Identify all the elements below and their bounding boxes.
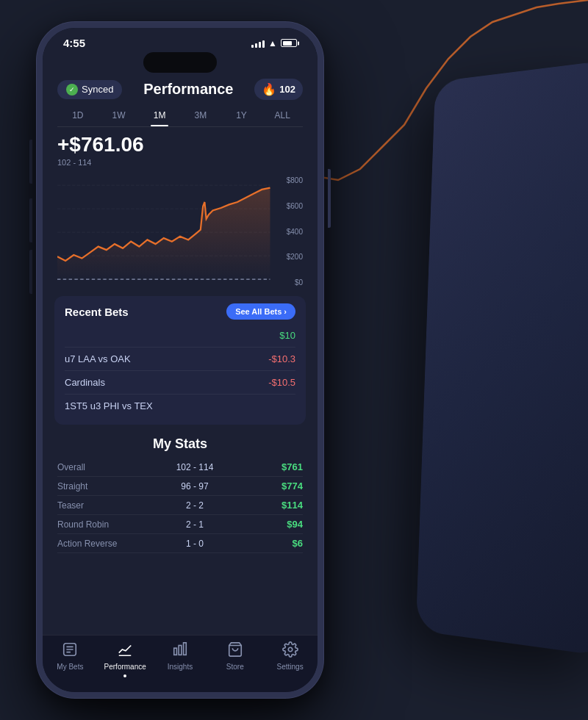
flame-icon: 🔥 — [262, 82, 276, 96]
profit-amount: +$761.06 — [57, 133, 303, 156]
time-tab-all[interactable]: ALL — [262, 106, 303, 125]
chart-y-label: $0 — [287, 278, 303, 287]
signal-icon — [251, 39, 265, 48]
back-card — [416, 60, 588, 657]
stat-record: 2 - 2 — [131, 500, 259, 511]
stat-label: Round Robin — [57, 519, 131, 530]
svg-rect-11 — [174, 648, 177, 655]
stat-row: Round Robin 2 - 1 $94 — [57, 515, 303, 534]
stat-record: 1 - 0 — [131, 539, 259, 549]
stat-value: $761 — [259, 461, 303, 472]
chart-y-label: $400 — [287, 228, 303, 236]
stat-label: Teaser — [57, 500, 131, 511]
stats-section: My Stats Overall 102 - 114 $761 Straight… — [43, 431, 318, 635]
bet-row: u7 LAA vs OAK -$10.3 — [65, 348, 295, 371]
stat-value: $94 — [259, 519, 303, 530]
bet-row: 1ST5 u3 PHI vs TEX — [65, 395, 295, 417]
stat-record: 102 - 114 — [131, 462, 259, 472]
battery-icon — [281, 39, 297, 47]
nav-item-insights[interactable]: Insights — [153, 641, 208, 677]
stat-value: $114 — [259, 500, 303, 511]
nav-item-performance[interactable]: Performance — [98, 641, 153, 677]
screen: 4:55 ▲ — [43, 28, 318, 692]
bottom-nav: My Bets Performance Insights Store Setti… — [43, 635, 318, 692]
svg-rect-13 — [184, 643, 187, 655]
stat-label: Overall — [57, 462, 131, 472]
nav-item-settings[interactable]: Settings — [262, 641, 318, 677]
dynamic-island — [143, 52, 217, 73]
nav-item-my-bets[interactable]: My Bets — [43, 641, 98, 677]
stats-title: My Stats — [57, 436, 303, 452]
recent-bets-section: Recent Bets See All Bets › $10 u7 LAA vs… — [54, 296, 306, 425]
stat-row: Action Reverse 1 - 0 $6 — [57, 534, 303, 553]
stat-value: $774 — [259, 480, 303, 492]
profit-range: 102 - 114 — [57, 158, 303, 167]
time-tab-1m[interactable]: 1M — [139, 106, 180, 125]
status-time: 4:55 — [63, 37, 85, 49]
bet-row: $10 — [65, 324, 295, 348]
stat-label: Action Reverse — [57, 539, 131, 549]
nav-icon-my-bets — [62, 641, 78, 660]
flame-count: 102 — [279, 84, 295, 95]
status-icons: ▲ — [251, 38, 297, 48]
time-tab-3m[interactable]: 3M — [180, 106, 221, 125]
time-tab-1w[interactable]: 1W — [98, 106, 140, 125]
phone-frame: 4:55 ▲ — [37, 22, 323, 698]
nav-item-store[interactable]: Store — [207, 641, 262, 677]
phone-wrapper: 4:55 ▲ — [37, 22, 323, 698]
performance-chart: $800$600$400$200$0 — [57, 173, 303, 290]
nav-label: Insights — [168, 663, 193, 671]
nav-icon-performance — [117, 641, 133, 660]
flame-badge: 🔥 102 — [254, 79, 303, 100]
recent-bets-card: Recent Bets See All Bets › $10 u7 LAA vs… — [54, 296, 306, 425]
recent-bets-title: Recent Bets — [65, 306, 129, 318]
time-tab-1d[interactable]: 1D — [57, 106, 98, 125]
chart-y-labels: $800$600$400$200$0 — [287, 173, 303, 290]
chart-svg — [57, 173, 303, 290]
stat-value: $6 — [259, 538, 303, 549]
chart-y-label: $200 — [287, 253, 303, 261]
app-header: ✓ Synced Performance 🔥 102 — [43, 76, 318, 106]
nav-label: My Bets — [57, 663, 83, 671]
recent-bets-header: Recent Bets See All Bets › — [65, 303, 295, 320]
stat-record: 2 - 1 — [131, 519, 259, 530]
stat-row: Straight 96 - 97 $774 — [57, 477, 303, 496]
synced-badge: ✓ Synced — [57, 80, 122, 99]
nav-active-indicator — [123, 674, 126, 677]
nav-icon-insights — [172, 641, 188, 660]
nav-label: Performance — [104, 663, 146, 671]
time-tab-1y[interactable]: 1Y — [221, 106, 262, 125]
chart-area: +$761.06 102 - 114 — [43, 127, 318, 290]
nav-icon-settings — [282, 641, 298, 660]
chart-y-label: $800 — [287, 176, 303, 184]
wifi-icon: ▲ — [268, 38, 277, 48]
nav-label: Store — [226, 663, 244, 671]
svg-rect-12 — [179, 646, 182, 655]
see-all-button[interactable]: See All Bets › — [226, 303, 295, 320]
stat-record: 96 - 97 — [131, 481, 259, 492]
synced-label: Synced — [82, 84, 113, 95]
time-filter-bar: 1D1W1M3M1YALL — [43, 106, 318, 125]
nav-label: Settings — [277, 663, 304, 671]
chart-y-label: $600 — [287, 202, 303, 210]
page-title: Performance — [143, 81, 233, 98]
bet-row: Cardinals -$10.5 — [65, 371, 295, 395]
stat-row: Teaser 2 - 2 $114 — [57, 496, 303, 515]
status-bar: 4:55 ▲ — [43, 28, 318, 52]
nav-icon-store — [227, 641, 243, 660]
check-icon: ✓ — [66, 84, 78, 96]
svg-point-15 — [288, 647, 293, 652]
stat-row: Overall 102 - 114 $761 — [57, 458, 303, 477]
stat-label: Straight — [57, 481, 131, 492]
